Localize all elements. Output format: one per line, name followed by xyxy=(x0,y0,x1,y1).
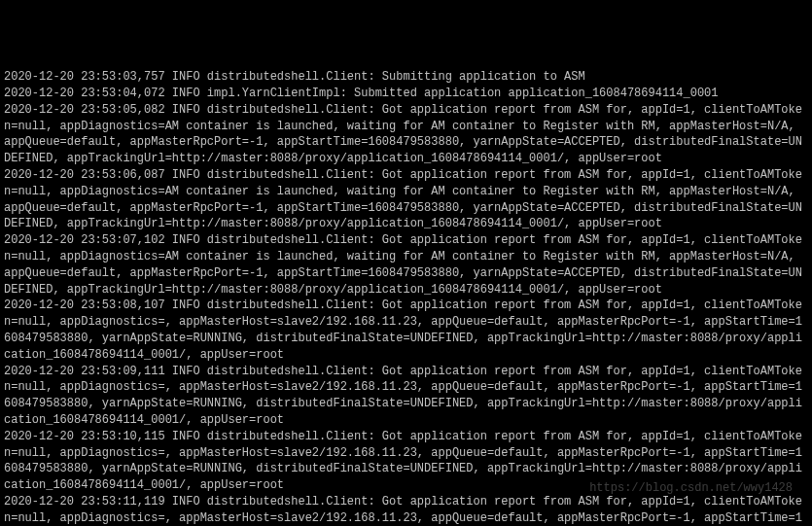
log-line: 2020-12-20 23:53:11,119 INFO distributed… xyxy=(4,494,808,526)
log-line: 2020-12-20 23:53:07,102 INFO distributed… xyxy=(4,232,808,298)
log-line: 2020-12-20 23:53:10,115 INFO distributed… xyxy=(4,429,808,494)
terminal-output[interactable]: 2020-12-20 23:53:03,757 INFO distributed… xyxy=(4,69,808,526)
log-line: 2020-12-20 23:53:05,082 INFO distributed… xyxy=(4,102,808,167)
log-line: 2020-12-20 23:53:03,757 INFO distributed… xyxy=(4,69,808,86)
log-line: 2020-12-20 23:53:06,087 INFO distributed… xyxy=(4,167,808,232)
log-line: 2020-12-20 23:53:08,107 INFO distributed… xyxy=(4,298,808,363)
log-line: 2020-12-20 23:53:09,111 INFO distributed… xyxy=(4,364,808,429)
log-line: 2020-12-20 23:53:04,072 INFO impl.YarnCl… xyxy=(4,86,808,102)
